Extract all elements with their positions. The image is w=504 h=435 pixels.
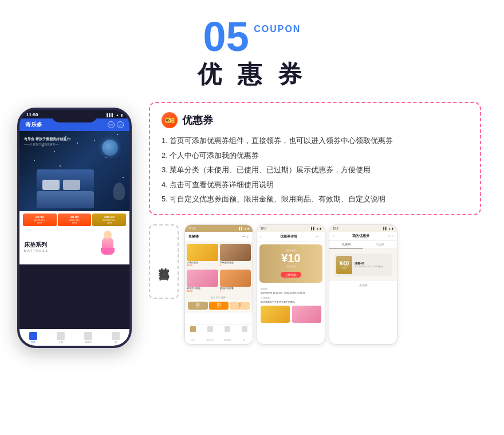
mini-food-4: 酱泡排骨套餐 ¥ (220, 270, 251, 294)
go-more-btn[interactable]: 去领券 (329, 281, 397, 289)
nav-label-profile: 我 (115, 341, 117, 343)
mattress-section: 床垫系列 MATTRESS (19, 228, 129, 264)
nav-item-home[interactable]: 首页 (29, 332, 37, 343)
nav-item-cart[interactable]: 购物车 (84, 332, 92, 343)
search-icon[interactable]: ⌕ (117, 121, 124, 128)
mini-screen-food: 17:55 ▌▌ ▲ ▮ 鱼鳞楼 ••• ⇪ (184, 224, 253, 345)
phone-signal-icons: ▌▌▌ ▲ ▮ (107, 113, 123, 117)
more-icon[interactable]: ••• (108, 121, 115, 128)
info-item-3: 3. 菜单分类（未使用、已使用、已过期）展示优惠券，方便使用 (162, 164, 468, 176)
coupon-big-card: 满61元用 ¥10 满61元用 立即领取 (259, 244, 322, 283)
mini-nav-3: ‹ 我的优惠券 ••• ⌂ (329, 232, 397, 241)
coupon-condition: 满61元用 (264, 265, 318, 268)
mini-home-icon (190, 326, 196, 332)
wifi-icon: ▲ (116, 113, 119, 117)
info-box-title: 优惠券 (182, 113, 213, 127)
mini-nav-2: ‹ 优惠券详情 ••• ⌂ (257, 232, 325, 242)
mini-food-3: 鲜花牛排精选 ¥10.0 (187, 270, 218, 294)
mini-nav-home: 首页 (190, 326, 196, 343)
coupon-banners: 10 满... 20 满... 2 折... (187, 300, 251, 311)
nav-label-cart: 购物车 (85, 341, 92, 343)
mini-cart-label: 预定套餐 (224, 339, 231, 341)
tab-used[interactable]: 已过期 (363, 241, 397, 248)
coupon-use-1: 使用 (24, 222, 56, 224)
back-icon-2: ‹ (261, 235, 262, 238)
coupon-strip: 20.00 满100.00元 使用 30.00 满300.00元 使用 200.… (19, 211, 129, 228)
main-content: 11:50 ▌▌▌ ▲ ▮ 奇乐多 ••• ⌕ (0, 90, 504, 354)
cart-icon (84, 332, 92, 340)
coupon-item-3[interactable]: 200.00 满2000.00元 使用 (92, 213, 126, 226)
mini-nav-title-2: 优惠券详情 (280, 234, 297, 239)
mini-food-grid: 小满众玉堂 ¥10.0 干锅蔬菜食盒 ¥ 鲜花牛排精选 (187, 244, 251, 294)
nav-label-category: 分类 (58, 341, 63, 343)
mini-status-bar-3: 18:2 ▌▌ ▲ ▮ (329, 225, 397, 232)
back-icon-3: ‹ (333, 234, 334, 238)
my-coupon-amount-box: ¥40 优惠券 (336, 256, 352, 274)
coupon-big-amount: ¥10 (264, 252, 318, 265)
food-price-2: ¥ (220, 264, 251, 267)
hero-text: 奇乐鱼.帮孩子重塑美好创意力! ——儿童客厅感通惊喜升— (24, 137, 71, 147)
mini-time-3: 18:2 (333, 227, 338, 230)
mini-more-icon: ••• (242, 235, 245, 239)
mini-status-bar-2: 18:0 ▌▌ ▲ ▮ (257, 225, 325, 232)
mini-nav-icons-1: ••• ⇪ (242, 235, 249, 239)
info-list: 1. 首页可添加优惠券组件，直接领券，也可以进入领券中心领取优惠券 2. 个人中… (162, 135, 468, 205)
phone-hero-banner: 奇乐鱼.帮孩子重塑美好创意力! ——儿童客厅感通惊喜升— (19, 131, 129, 211)
claim-btn[interactable]: 立即领取 (281, 272, 301, 278)
food-thumb-2 (292, 306, 321, 323)
mini-more-icon-3: ••• (388, 234, 391, 238)
coupon-banner-1: 10 满... (188, 302, 208, 310)
info-item-1: 1. 首页可添加优惠券组件，直接领券，也可以进入领券中心领取优惠券 (162, 135, 468, 147)
mini-cart-icon (225, 326, 230, 332)
mini-nav-cart: 预定套餐 (224, 326, 231, 343)
phone-bottom-nav: 首页 分类 购物车 我 (19, 329, 129, 346)
mini-screens-row: 17:55 ▌▌ ▲ ▮ 鱼鳞楼 ••• ⇪ (184, 224, 397, 345)
nav-item-profile[interactable]: 我 (112, 332, 120, 343)
nav-item-category[interactable]: 分类 (57, 332, 65, 343)
mini-nav-cat: 商品点单 (207, 326, 214, 343)
coupon-banner-2: 20 满... (209, 302, 229, 310)
info-item-5: 5. 可自定义优惠券面额、限用金额、限用商品、有效期、自定义说明 (162, 193, 468, 205)
mini-share-icon: ⇪ (246, 235, 249, 239)
my-coupon-info: 满额-90 2022.09.02~2022.10.08有效 (355, 262, 390, 268)
mini-home-icon-3: ⌂ (392, 234, 393, 238)
food-img-4 (220, 270, 251, 287)
mini-nav-me: 我 (242, 326, 247, 343)
battery-icon: ▮ (121, 113, 123, 117)
phone-notch (52, 110, 97, 122)
mini-nav-title-1: 鱼鳞楼 (188, 234, 199, 239)
coupon-item-2[interactable]: 30.00 满300.00元 使用 (58, 213, 92, 226)
phone-mockup: 11:50 ▌▌▌ ▲ ▮ 奇乐多 ••• ⌕ (17, 108, 132, 348)
page-title: 优 惠 券 (0, 58, 504, 90)
home-icon (29, 332, 37, 340)
my-coupon-validity: 2022.09.02~2022.10.08有效 (355, 265, 390, 268)
banner-sub-1: 满... (190, 306, 206, 309)
food-thumb-1 (261, 306, 290, 323)
profile-icon (112, 332, 120, 340)
mini-food-content: 小满众玉堂 ¥10.0 干锅蔬菜食盒 ¥ 鲜花牛排精选 (185, 242, 253, 313)
right-panel: 🎫 优惠券 1. 首页可添加优惠券组件，直接领券，也可以进入领券中心领取优惠券 … (149, 102, 481, 345)
girl-illustration (90, 231, 125, 262)
mini-cat-icon (207, 326, 213, 332)
mini-time-2: 18:0 (261, 227, 266, 230)
section-number: 05 (203, 16, 249, 57)
phone-nav-icons: ••• ⌕ (108, 121, 124, 128)
coupon-feature-icon: 🎫 (162, 112, 178, 128)
my-coupon-card-1: ¥40 优惠券 满额-90 2022.09.02~2022.10.08有效 (334, 254, 392, 276)
category-icon (57, 332, 65, 340)
banner-sub-3: 折... (231, 306, 248, 309)
mini-time-1: 17:55 (188, 227, 196, 230)
mini-cat-label: 商品点单 (207, 339, 214, 341)
food-price-4: ¥ (220, 290, 251, 292)
food-img-3 (187, 270, 218, 287)
coupon-use-2: 使用 (59, 222, 90, 224)
mini-home-icon-2: ⌂ (320, 235, 321, 238)
coupon-item-1[interactable]: 20.00 满100.00元 使用 (23, 213, 57, 226)
mini-nav-icons-3: ••• ⌂ (388, 234, 393, 238)
other-pages-label: 其他页面 (157, 259, 171, 264)
tab-unused[interactable]: 已使用 (329, 241, 363, 248)
coupon-label: COUPON (254, 24, 301, 34)
food-price-1: ¥10.0 (187, 264, 218, 267)
my-coupon-list: ¥40 优惠券 满额-90 2022.09.02~2022.10.08有效 (329, 249, 397, 281)
note-label: 使用说明 (261, 296, 321, 299)
